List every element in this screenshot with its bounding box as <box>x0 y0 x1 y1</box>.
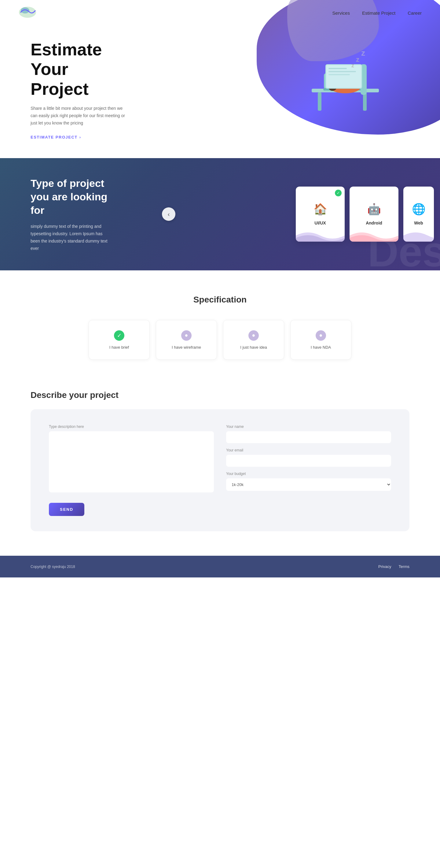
wireframe-icon: ● <box>181 330 192 341</box>
project-type-desc: simply dummy text of the printing and ty… <box>31 223 110 252</box>
email-input[interactable] <box>226 455 391 467</box>
svg-rect-3 <box>318 92 321 111</box>
form-left: Type description here <box>49 425 214 494</box>
uiux-label: UI/UX <box>314 220 326 225</box>
name-input[interactable] <box>226 431 391 443</box>
form-container: Type description here Your name Your ema… <box>31 409 409 531</box>
description-label: Type description here <box>49 425 214 429</box>
project-type-section: Type of project you are looking for simp… <box>0 158 440 271</box>
web-label: Web <box>414 220 423 225</box>
svg-rect-13 <box>329 68 347 69</box>
svg-text:z: z <box>356 56 359 63</box>
nav-links: Services Estimate Project Career <box>332 10 422 16</box>
navbar: Services Estimate Project Career <box>0 0 440 26</box>
specification-cards: ✓ I have brief ● I have wireframe ● I ju… <box>31 320 409 360</box>
brief-icon: ✓ <box>114 330 124 341</box>
name-label: Your name <box>226 425 391 429</box>
wireframe-label: I have wireframe <box>172 345 201 349</box>
android-icon: 🤖 <box>367 203 381 216</box>
spec-card-nda[interactable]: ● I have NDA <box>290 320 351 360</box>
idea-icon: ● <box>248 330 259 341</box>
budget-label: Your budget <box>226 472 391 476</box>
svg-text:z: z <box>351 62 354 68</box>
brief-label: I have brief <box>109 345 129 349</box>
hero-illustration: z z z <box>293 34 391 125</box>
footer-terms-link[interactable]: Terms <box>399 564 409 569</box>
svg-rect-15 <box>329 74 350 75</box>
hero-title: Estimate Your Project <box>31 40 128 99</box>
form-grid: Type description here Your name Your ema… <box>49 425 391 494</box>
specification-title: Specification <box>31 295 409 305</box>
estimate-project-link[interactable]: ESTIMATE PROJECT › <box>31 135 81 140</box>
spec-card-wireframe[interactable]: ● I have wireframe <box>156 320 217 360</box>
project-card-android[interactable]: 🤖 Android <box>349 187 399 242</box>
specification-section: Specification ✓ I have brief ● I have wi… <box>0 270 440 372</box>
logo[interactable] <box>18 6 37 20</box>
footer-copyright: Copyright @ syedraju 2018 <box>31 565 75 569</box>
dark-content: Type of project you are looking for simp… <box>0 158 141 271</box>
idea-label: I just have idea <box>240 345 267 349</box>
nav-services[interactable]: Services <box>332 10 350 16</box>
card-check-icon: ✓ <box>335 190 342 196</box>
prev-arrow-button[interactable]: ‹ <box>162 207 175 221</box>
uiux-icon: 🏠 <box>313 203 327 216</box>
svg-rect-4 <box>363 92 367 111</box>
footer: Copyright @ syedraju 2018 Privacy Terms <box>0 556 440 578</box>
project-card-uiux[interactable]: ✓ 🏠 UI/UX <box>296 187 345 242</box>
email-label: Your email <box>226 448 391 452</box>
footer-privacy-link[interactable]: Privacy <box>378 564 392 569</box>
svg-rect-14 <box>329 71 356 72</box>
spec-card-brief[interactable]: ✓ I have brief <box>89 320 150 360</box>
nav-estimate[interactable]: Estimate Project <box>362 10 395 16</box>
hero-description: Share a little bit more about your proje… <box>31 105 128 127</box>
svg-text:z: z <box>361 48 365 58</box>
web-icon: 🌐 <box>412 203 426 216</box>
description-textarea[interactable] <box>49 431 214 492</box>
nav-career[interactable]: Career <box>408 10 422 16</box>
form-right: Your name Your email Your budget 1k-20k … <box>226 425 391 494</box>
project-type-title: Type of project you are looking for <box>31 177 110 217</box>
budget-select[interactable]: 1k-20k 20k-50k 50k-100k 100k+ <box>226 478 391 491</box>
project-type-cards: ✓ 🏠 UI/UX 🤖 Android 🌐 Web <box>296 187 440 242</box>
nda-label: I have NDA <box>311 345 331 349</box>
send-button[interactable]: SEND <box>49 503 84 516</box>
nda-icon: ● <box>316 330 326 341</box>
describe-title: Describe your project <box>31 390 409 400</box>
footer-links: Privacy Terms <box>378 564 409 569</box>
project-card-web[interactable]: 🌐 Web <box>403 187 434 242</box>
describe-section: Describe your project Type description h… <box>0 372 440 556</box>
spec-card-idea[interactable]: ● I just have idea <box>223 320 284 360</box>
android-label: Android <box>366 220 382 225</box>
